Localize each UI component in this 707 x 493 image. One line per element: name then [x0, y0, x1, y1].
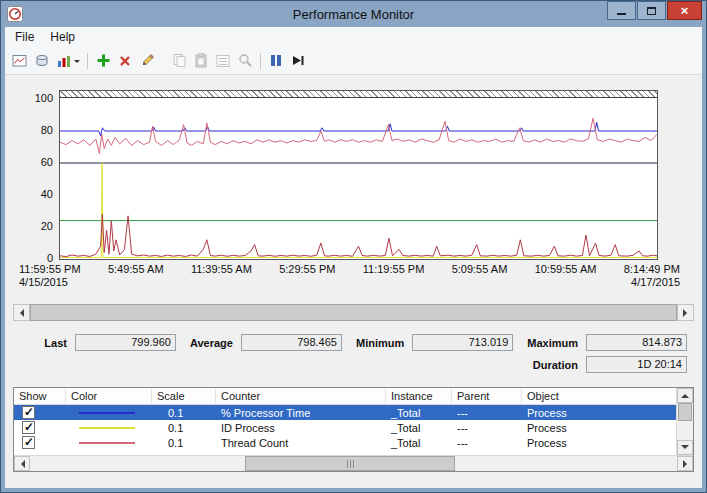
- time-label: 8:14:49 PM4/17/2015: [624, 263, 680, 289]
- delete-x-icon: [118, 54, 132, 68]
- table-vscrollbar-thumb[interactable]: [678, 403, 692, 421]
- column-header-show[interactable]: Show: [14, 388, 66, 404]
- time-label: 5:29:55 PM: [279, 263, 335, 289]
- scroll-left-button[interactable]: [13, 304, 30, 321]
- plus-icon: [96, 53, 111, 68]
- magnifier-icon: [238, 53, 253, 68]
- column-header-counter[interactable]: Counter: [216, 388, 386, 404]
- menu-help[interactable]: Help: [42, 28, 83, 46]
- log-database-icon: [34, 54, 50, 68]
- y-tick: 20: [19, 220, 53, 232]
- time-label: 5:09:55 AM: [452, 263, 508, 289]
- scroll-right-button[interactable]: [677, 304, 694, 321]
- counter-grid: Show Color Scale Counter Instance Parent…: [14, 388, 676, 455]
- show-checkbox[interactable]: [22, 421, 35, 434]
- arrow-up-icon: [681, 390, 689, 398]
- arrow-right-icon: [683, 460, 691, 468]
- stats-row-values: Last 799.960 Average 798.465 Minimum 713…: [13, 334, 687, 351]
- gripper-icon: [353, 460, 354, 468]
- zoom-button[interactable]: [234, 50, 256, 72]
- last-value: 799.960: [75, 334, 176, 351]
- scroll-right-button[interactable]: [677, 456, 693, 471]
- y-tick: 60: [19, 156, 53, 168]
- table-horizontal-scrollbar[interactable]: [14, 455, 693, 471]
- minimum-value: 713.019: [412, 334, 513, 351]
- paste-clipboard-icon: [193, 53, 209, 68]
- chart-plot-area[interactable]: [59, 90, 658, 260]
- copy-icon: [172, 53, 187, 68]
- scale-value: 0.1: [152, 405, 216, 420]
- counter-name: ID Process: [216, 420, 386, 435]
- average-label: Average: [190, 337, 233, 349]
- highlight-button[interactable]: [136, 50, 158, 72]
- table-hscrollbar-track[interactable]: [30, 456, 677, 471]
- table-row[interactable]: 0.1 Thread Count _Total --- Process: [14, 435, 676, 450]
- gripper-icon: [350, 460, 351, 468]
- column-header-color[interactable]: Color: [66, 388, 152, 404]
- chart-scrollbar[interactable]: [13, 304, 694, 321]
- time-label: 11:59:55 PM4/15/2015: [19, 263, 81, 289]
- chart-series-plot: [60, 99, 657, 259]
- show-checkbox[interactable]: [22, 436, 35, 449]
- close-icon: ×: [681, 4, 689, 17]
- toolbar-separator: [87, 53, 88, 69]
- instance-name: _Total: [386, 405, 452, 420]
- table-row[interactable]: 0.1 % Processor Time _Total --- Process: [14, 405, 676, 420]
- column-header-instance[interactable]: Instance: [386, 388, 452, 404]
- column-header-object[interactable]: Object: [522, 388, 676, 404]
- view-log-data-button[interactable]: [31, 50, 53, 72]
- series-line: [60, 163, 657, 257]
- parent-value: ---: [452, 405, 522, 420]
- freeze-display-button[interactable]: [265, 50, 287, 72]
- stats-panel: Last 799.960 Average 798.465 Minimum 713…: [13, 334, 687, 378]
- change-graph-type-button[interactable]: [53, 50, 83, 72]
- y-tick: 0: [19, 252, 53, 264]
- menu-file[interactable]: File: [7, 28, 42, 46]
- copy-properties-button[interactable]: [168, 50, 190, 72]
- properties-button[interactable]: [212, 50, 234, 72]
- window-title: Performance Monitor: [5, 7, 702, 22]
- titlebar[interactable]: Performance Monitor ×: [5, 1, 702, 27]
- paste-counter-list-button[interactable]: [190, 50, 212, 72]
- time-axis-labels: 11:59:55 PM4/15/2015 5:49:55 AM 11:39:55…: [19, 263, 680, 289]
- table-row[interactable]: 0.1 ID Process _Total --- Process: [14, 420, 676, 435]
- minimize-button[interactable]: [607, 1, 636, 20]
- object-name: Process: [522, 435, 676, 450]
- column-header-scale[interactable]: Scale: [152, 388, 216, 404]
- scroll-up-button[interactable]: [677, 388, 693, 403]
- update-data-button[interactable]: [287, 50, 309, 72]
- minimize-icon: [617, 13, 626, 15]
- series-line: [60, 118, 657, 153]
- add-counter-button[interactable]: [92, 50, 114, 72]
- close-button[interactable]: ×: [667, 1, 702, 20]
- y-axis-labels: 100 80 60 40 20 0: [13, 90, 59, 260]
- column-header-parent[interactable]: Parent: [452, 388, 522, 404]
- scroll-left-button[interactable]: [14, 456, 30, 471]
- time-label: 10:59:55 AM: [535, 263, 597, 289]
- average-value: 798.465: [241, 334, 342, 351]
- performance-monitor-window: Performance Monitor × File Help: [0, 0, 707, 493]
- table-header: Show Color Scale Counter Instance Parent…: [14, 388, 676, 405]
- stats-row-duration: Duration 1D 20:14: [13, 356, 687, 373]
- y-tick: 40: [19, 188, 53, 200]
- toolbar: [5, 47, 702, 75]
- delete-counter-button[interactable]: [114, 50, 136, 72]
- menu-bar: File Help: [5, 27, 702, 47]
- chart-scrollbar-thumb[interactable]: [30, 304, 677, 321]
- scale-value: 0.1: [152, 420, 216, 435]
- table-vscrollbar-track[interactable]: [677, 421, 693, 440]
- duration-label: Duration: [533, 359, 578, 371]
- time-label: 11:39:55 AM: [191, 263, 252, 289]
- arrow-left-icon: [17, 460, 25, 468]
- maximize-button[interactable]: [637, 1, 666, 20]
- pencil-icon: [140, 53, 155, 68]
- table-hscrollbar-thumb[interactable]: [245, 456, 455, 471]
- arrow-left-icon: [16, 309, 24, 317]
- table-vertical-scrollbar[interactable]: [676, 388, 693, 455]
- counter-table: Show Color Scale Counter Instance Parent…: [13, 387, 694, 472]
- scroll-down-button[interactable]: [677, 440, 693, 455]
- toolbar-separator: [260, 53, 261, 69]
- show-checkbox[interactable]: [22, 406, 35, 419]
- view-current-activity-button[interactable]: [9, 50, 31, 72]
- duration-value: 1D 20:14: [586, 356, 687, 373]
